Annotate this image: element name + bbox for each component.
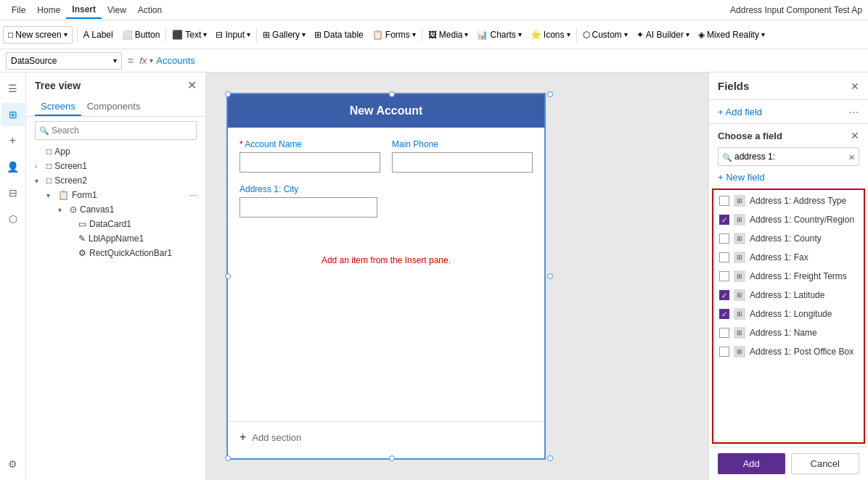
tree-item-screen1[interactable]: › □ Screen1 [26,159,205,173]
datasource-selector[interactable]: DataSource ▾ [6,52,122,70]
form1-menu-icon[interactable]: ··· [189,190,197,200]
field-checkbox-latitude[interactable]: ✓ [719,290,729,300]
ai-chevron-icon: ▾ [686,30,689,38]
menu-view[interactable]: View [102,2,132,18]
new-field-button[interactable]: + New field [709,170,868,189]
tree-item-form1[interactable]: ▾ 📋 Form1 ··· [26,188,205,202]
input-button[interactable]: ⊟ Input ▾ [211,27,255,43]
field-type-icon: ⊞ [734,346,745,357]
choose-field-search-input[interactable] [718,147,859,166]
field-item-longitude[interactable]: ✓ ⊞ Address 1: Longitude [713,305,864,323]
account-name-input[interactable] [239,152,380,173]
text-button[interactable]: ⬛ Text ▾ [168,27,211,43]
field-checkbox-fax[interactable] [719,252,729,262]
icons-chevron-icon: ▾ [567,30,570,38]
menu-file[interactable]: File [6,2,31,18]
address-city-input[interactable] [239,197,377,218]
choose-field-clear-icon[interactable]: ✕ [848,153,855,162]
cancel-button[interactable]: Cancel [791,453,860,474]
add-section-button[interactable]: + Add section [228,421,544,452]
field-item-freight-terms[interactable]: ⊞ Address 1: Freight Terms [713,267,864,286]
forms-icon: 📋 [372,30,383,40]
tree-item-canvas1[interactable]: ▾ ⊙ Canvas1 [26,202,205,217]
charts-button[interactable]: 📊 Charts ▾ [472,27,525,43]
field-checkbox-freight-terms[interactable] [719,271,729,281]
button-button[interactable]: ⬜ Button [118,27,165,43]
menu-action[interactable]: Action [132,2,168,18]
choose-field-close-icon[interactable]: ✕ [851,130,859,141]
field-checkbox-name[interactable] [719,328,729,338]
add-field-dots-icon[interactable]: ··· [848,106,859,117]
tab-screens[interactable]: Screens [35,98,81,116]
address-city-field: Address 1: City [239,184,377,218]
field-checkbox-address-type[interactable] [719,196,729,206]
main-phone-input[interactable] [392,152,533,173]
add-field-button[interactable]: + Add field ··· [709,100,868,124]
field-type-icon: ⊞ [734,195,745,207]
field-item-county[interactable]: ⊞ Address 1: County [713,229,864,248]
field-checkbox-country-region[interactable]: ✓ [719,215,729,225]
tree-item-datacard1[interactable]: ▭ DataCard1 [26,217,205,231]
menu-home[interactable]: Home [31,2,66,18]
tree-item-lblappname1[interactable]: ✎ LblAppName1 [26,231,205,246]
data-table-button[interactable]: ⊞ Data table [310,27,368,43]
custom-button[interactable]: ⬡ Custom ▾ [578,27,632,43]
forms-chevron-icon: ▾ [412,30,416,38]
add-button[interactable]: Add [718,453,785,474]
tree-item-rectquickactionbar1[interactable]: ⚙ RectQuickActionBar1 [26,246,205,260]
field-item-post-office-box[interactable]: ⊞ Address 1: Post Office Box [713,342,864,361]
field-label: Address 1: County [750,233,822,244]
equals-sign: = [125,55,136,67]
mixed-reality-button[interactable]: ◈ Mixed Reality ▾ [694,27,769,43]
fields-panel-close-icon[interactable]: ✕ [851,80,859,92]
field-type-icon: ⊞ [734,252,745,263]
icons-button[interactable]: ⭐ Icons ▾ [526,27,575,43]
tree-search-input[interactable] [35,121,197,140]
field-checkbox-post-office-box[interactable] [719,347,729,357]
tab-components[interactable]: Components [81,98,147,116]
person-button[interactable]: 👤 [1,155,25,178]
plus-button[interactable]: + [1,129,25,152]
field-item-fax[interactable]: ⊞ Address 1: Fax [713,248,864,267]
ai-builder-button[interactable]: ✦ AI Builder ▾ [632,27,694,43]
data-button[interactable]: ⊟ [1,181,25,204]
tree-item-screen2[interactable]: ▾ □ Screen2 [26,173,205,188]
text-icon: ⬛ [172,30,183,40]
search-icon: 🔍 [39,126,49,136]
label-button[interactable]: A Label [79,26,118,43]
text-chevron-icon: ▾ [203,30,207,38]
sidebar-close-icon[interactable]: ✕ [187,78,197,92]
new-screen-button[interactable]: □ New screen ▾ [3,26,73,44]
form-header: New Account [228,94,544,128]
data-table-icon: ⊞ [314,30,322,40]
charts-chevron-icon: ▾ [518,30,522,38]
chevron-down-icon: ▾ [64,30,67,38]
input-chevron-icon: ▾ [247,30,250,38]
sidebar-title: Tree view [35,80,81,91]
field-checkbox-county[interactable] [719,233,729,244]
field-item-address-type[interactable]: ⊞ Address 1: Address Type [713,191,864,210]
field-label: Address 1: Fax [750,252,808,262]
field-label: Address 1: Freight Terms [750,271,847,281]
field-item-country-region[interactable]: ✓ ⊞ Address 1: Country/Region [713,210,864,229]
gallery-button[interactable]: ⊞ Gallery ▾ [258,27,310,43]
layers-button[interactable]: ⊞ [1,103,25,126]
field-item-name[interactable]: ⊞ Address 1: Name [713,323,864,342]
datacard1-icon: ▭ [78,219,86,229]
field-checkbox-longitude[interactable]: ✓ [719,309,729,319]
mixed-reality-icon: ◈ [698,30,705,40]
media-button[interactable]: 🖼 Media ▾ [424,27,473,43]
canvas1-icon: ⊙ [70,204,77,215]
field-type-icon: ⊞ [734,327,745,339]
field-type-icon: ⊞ [734,308,745,320]
settings-button[interactable]: ⚙ [1,452,25,476]
mixed-reality-chevron-icon: ▾ [761,30,765,38]
field-item-latitude[interactable]: ✓ ⊞ Address 1: Latitude [713,286,864,305]
components-button[interactable]: ⬡ [1,207,25,231]
custom-icon: ⬡ [583,30,590,40]
tree-item-app[interactable]: □ App [26,144,205,159]
field-label: Address 1: Post Office Box [750,347,853,357]
hamburger-button[interactable]: ☰ [1,77,25,100]
menu-insert[interactable]: Insert [66,1,102,19]
forms-button[interactable]: 📋 Forms ▾ [368,27,420,43]
